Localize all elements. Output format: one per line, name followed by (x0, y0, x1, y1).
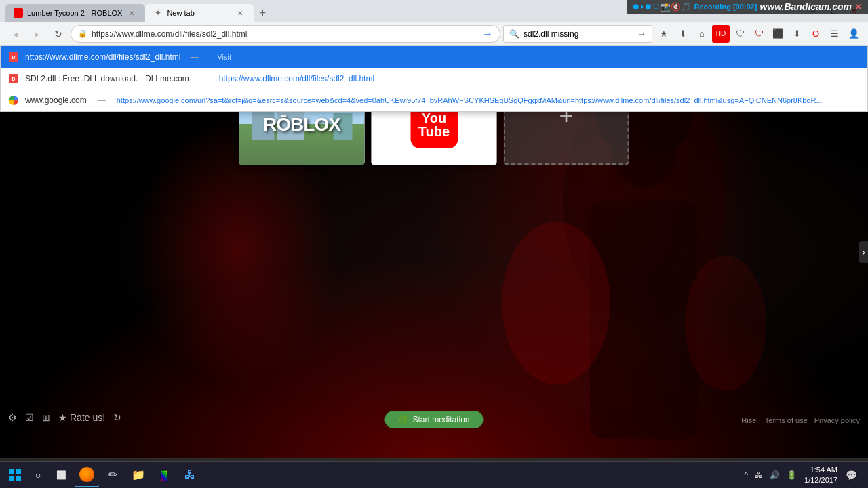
lock-icon: 🔒 (78, 29, 87, 38)
taskbar-firefox[interactable] (75, 463, 99, 487)
ac-separator-1: — (190, 52, 198, 62)
home-icon[interactable]: ⌂ (693, 25, 711, 43)
clock-date: 1/12/2017 (804, 475, 837, 485)
search-icon: 🔍 (509, 29, 519, 39)
back-button[interactable]: ◂ (5, 24, 24, 43)
chevron-right-icon: › (862, 247, 865, 258)
ac-title-1: SDL2.dll : Free .DLL download. - DLLme.c… (25, 74, 189, 83)
link-terms[interactable]: Terms of use (765, 416, 808, 424)
clock[interactable]: 1:54 AM 1/12/2017 (802, 465, 840, 485)
go-button[interactable]: → (482, 28, 493, 40)
shield-icon[interactable]: 🛡 (731, 25, 749, 43)
autocomplete-item-url[interactable]: D https://www.dllme.com/dll/files/sdl2_d… (1, 46, 867, 68)
download-icon[interactable]: ⬇ (674, 25, 692, 43)
folder-icon: 📁 (132, 468, 145, 481)
profile-icon[interactable]: 👤 (845, 25, 863, 43)
tab-roblox[interactable]: Lumber Tycoon 2 - ROBLOX ✕ (5, 4, 145, 22)
meditation-label: Start meditation (412, 415, 469, 424)
hd-icon[interactable]: HD (712, 25, 730, 43)
ac-url-1: https://www.dllme.com/dll/files/sdl2_dll… (219, 74, 374, 83)
reload-button[interactable]: ↻ (49, 24, 68, 43)
bottom-right-links: Hisel Terms of use Privacy policy (741, 416, 860, 424)
search-arrow[interactable]: → (637, 28, 646, 39)
meditation-button[interactable]: 🌿 Start meditation (384, 411, 483, 428)
svg-rect-6 (9, 469, 14, 474)
start-button[interactable] (3, 463, 27, 487)
taskbar-filemanager[interactable]: 📁 (126, 463, 151, 487)
taskbar-taskview[interactable]: ⬜ (49, 463, 73, 487)
rate-us[interactable]: ★ Rate us! (58, 412, 105, 423)
taskbar-notepad[interactable]: ✏ (100, 463, 125, 487)
new-tab-button[interactable]: + (254, 4, 271, 22)
bandicam-text: Recording [00:02] (694, 3, 757, 11)
nav-bar: ◂ ▸ ↻ 🔒 https://www.dllme.com/dll/files/… (0, 22, 868, 46)
ac-favicon-google (9, 96, 18, 105)
tray-chevron[interactable]: ^ (742, 469, 750, 481)
link-hisel[interactable]: Hisel (741, 416, 757, 424)
tasks-icon[interactable]: ☑ (25, 412, 34, 423)
rate-us-label: Rate us! (70, 412, 105, 423)
tab-roblox-title: Lumber Tycoon 2 - ROBLOX (27, 9, 122, 17)
autocomplete-item-suggestion-1[interactable]: D SDL2.dll : Free .DLL download. - DLLme… (1, 68, 867, 89)
svg-rect-7 (16, 469, 21, 474)
roblox-favicon (14, 8, 23, 18)
clock-time: 1:54 AM (804, 465, 837, 474)
bandicam-icons: ⏺▶⏹⚙📸🔇🎵 (632, 2, 691, 12)
ac-title-2: www.google.com (25, 96, 87, 105)
ac-url-main: https://www.dllme.com/dll/files/sdl2_dll… (25, 52, 180, 62)
tab-newtab-close[interactable]: ✕ (235, 7, 245, 18)
taskbar-app1[interactable]: ▓ (152, 463, 176, 487)
youtube-logo-text: YouTube (418, 111, 450, 138)
taskbar-search[interactable]: ○ (28, 463, 47, 487)
tray-volume[interactable]: 🔊 (768, 469, 782, 481)
forward-button[interactable]: ▸ (27, 24, 46, 43)
ac-dash-2: — (98, 96, 106, 105)
autocomplete-item-suggestion-2[interactable]: www.google.com — https://www.google.com/… (1, 89, 867, 111)
ac-dash-1: — (200, 74, 208, 83)
extensions-icon[interactable]: ⬛ (769, 25, 787, 43)
system-tray: ^ 🖧 🔊 🔋 1:54 AM 1/12/2017 💬 (742, 465, 865, 485)
taskbar-app2[interactable]: 🖧 (178, 463, 202, 487)
ac-favicon-dllme: D (9, 52, 18, 62)
newtab-favicon: ✦ (153, 8, 163, 18)
bookmarks-star[interactable]: ★ (655, 25, 673, 43)
bandicam-close[interactable]: ✕ (854, 1, 863, 12)
star-icon: ★ (58, 412, 67, 423)
pencil-icon: ✏ (108, 468, 117, 481)
task-view-icon: ⬜ (56, 470, 66, 480)
notification-icon[interactable]: 💬 (843, 467, 860, 483)
search-text: sdl2.dll missing (524, 29, 633, 39)
autocomplete-dropdown: D https://www.dllme.com/dll/files/sdl2_d… (0, 46, 868, 112)
link-privacy[interactable]: Privacy policy (814, 416, 860, 424)
search-bar[interactable]: 🔍 sdl2.dll missing → (503, 25, 652, 43)
taskbar-search-icon: ○ (35, 470, 41, 481)
address-bar[interactable]: 🔒 https://www.dllme.com/dll/files/sdl2_d… (71, 25, 500, 43)
security-icon[interactable]: 🛡 (750, 25, 768, 43)
svg-point-5 (685, 256, 766, 391)
taskbar: ○ ⬜ ✏ 📁 ▓ 🖧 ^ 🖧 🔊 🔋 (0, 461, 868, 488)
bandicam-logo: www.Bandicam.com (760, 1, 852, 12)
svg-point-4 (502, 222, 610, 384)
ac-url-2: https://www.google.com/url?sa=t&rct=j&q=… (117, 96, 823, 104)
menu-button[interactable]: ☰ (826, 25, 844, 43)
nav-icons: ★ ⬇ ⌂ HD 🛡 🛡 ⬛ ⬇ O ☰ 👤 (655, 25, 863, 43)
download2-icon[interactable]: ⬇ (788, 25, 806, 43)
svg-rect-9 (16, 476, 21, 481)
bandicam-bar: ⏺▶⏹⚙📸🔇🎵 Recording [00:02] www.Bandicam.c… (627, 0, 868, 14)
windows-logo-icon (8, 468, 22, 482)
side-arrow[interactable]: › (859, 241, 868, 263)
tray-battery[interactable]: 🔋 (785, 469, 799, 481)
firefox-taskbar-icon (79, 467, 94, 482)
tray-network[interactable]: 🖧 (753, 469, 765, 481)
address-text: https://www.dllme.com/dll/files/sdl2_dll… (92, 29, 478, 39)
refresh-icon[interactable]: ↻ (113, 412, 121, 423)
opera-icon[interactable]: O (807, 25, 825, 43)
title-bar: Lumber Tycoon 2 - ROBLOX ✕ ✦ New tab ✕ +… (0, 0, 868, 22)
svg-rect-8 (9, 476, 14, 481)
apps-icon[interactable]: ⊞ (42, 412, 50, 423)
settings-icon[interactable]: ⚙ (8, 412, 17, 423)
roblox-logo: RŌBLOX (263, 114, 340, 136)
tab-roblox-close[interactable]: ✕ (126, 7, 137, 18)
tab-newtab[interactable]: ✦ New tab ✕ (145, 4, 254, 22)
tab-newtab-title: New tab (167, 9, 231, 17)
